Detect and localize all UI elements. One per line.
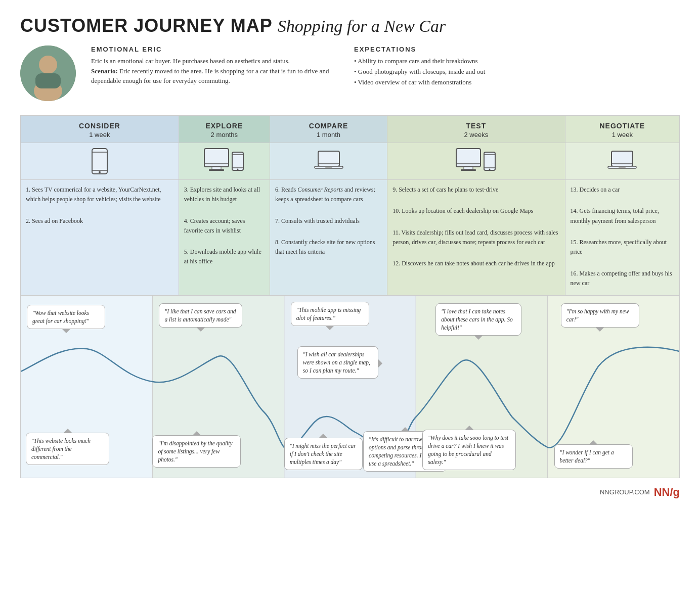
persona-description: Eric is an emotional car buyer. He purch… — [91, 56, 339, 86]
phase-header-compare: COMPARE 1 month — [270, 116, 387, 143]
svg-rect-11 — [209, 169, 224, 171]
device-cell-explore — [179, 143, 270, 180]
footer-url: NNGROUP.COM — [600, 488, 650, 496]
footer: NNGROUP.COM NN/g — [20, 486, 680, 499]
laptop-icon-2 — [607, 151, 637, 172]
expectations-section: EXPECTATIONS Ability to compare cars and… — [354, 45, 680, 87]
mobile-icon — [90, 148, 109, 174]
svg-rect-22 — [464, 167, 473, 169]
svg-point-7 — [99, 171, 101, 173]
device-cell-compare — [270, 143, 387, 180]
device-cell-negotiate — [565, 143, 679, 180]
bubble-test-1: "I love that I can take notes about thes… — [435, 303, 521, 336]
phase-header-explore: EXPLORE 2 months — [179, 116, 270, 143]
svg-point-1 — [39, 56, 57, 74]
persona-info: EMOTIONAL ERIC Eric is an emotional car … — [91, 45, 339, 86]
bubble-explore-2: "I'm disappointed by the quality of some… — [152, 435, 241, 468]
bubble-negotiate-1: "I'm so happy with my new car!" — [561, 303, 639, 328]
svg-point-27 — [489, 169, 491, 170]
phase-header-test: TEST 2 weeks — [387, 116, 565, 143]
laptop-icon — [314, 151, 343, 172]
emotions-row: "Wow that website looks great for car sh… — [21, 295, 680, 478]
device-cell-consider — [21, 143, 179, 180]
main-title-italic: Shopping for a New Car — [278, 17, 446, 35]
phase-header-negotiate: NEGOTIATE 1 week — [565, 116, 679, 143]
svg-rect-10 — [212, 167, 221, 169]
main-title-bold: CUSTOMER JOURNEY MAP — [20, 15, 273, 36]
svg-rect-19 — [325, 167, 332, 168]
actions-cell-test: 9. Selects a set of cars he plans to tes… — [387, 180, 565, 296]
page-title-row: CUSTOMER JOURNEY MAPShopping for a New C… — [20, 15, 680, 36]
actions-cell-compare: 6. Reads Consumer Reports and reviews; k… — [270, 180, 387, 296]
persona-avatar — [20, 45, 76, 101]
bubble-compare-3: "I wish all car dealerships were shown o… — [297, 346, 378, 379]
expectation-item: Ability to compare cars and their breakd… — [354, 56, 680, 67]
bubble-explore-1: "I like that I can save cars and a list … — [159, 303, 242, 328]
nn-logo: NN/g — [654, 486, 680, 499]
journey-map-table: CONSIDER 1 week EXPLORE 2 months COMPARE… — [20, 115, 680, 478]
emotions-container: "Wow that website looks great for car sh… — [21, 296, 679, 478]
expectations-title: EXPECTATIONS — [354, 45, 680, 53]
actions-cell-negotiate: 13. Decides on a car 14. Gets financing … — [565, 180, 679, 296]
emotions-journey-cell: "Wow that website looks great for car sh… — [21, 295, 680, 478]
phase-header-consider: CONSIDER 1 week — [21, 116, 179, 143]
svg-rect-3 — [35, 73, 61, 88]
expectations-list: Ability to compare cars and their breakd… — [354, 56, 680, 87]
persona-name: EMOTIONAL ERIC — [91, 45, 339, 53]
bubble-test-2: "Why does it take sooo long to test driv… — [422, 430, 516, 470]
actions-cell-explore: 3. Explores site and looks at all vehicl… — [179, 180, 270, 296]
device-row — [21, 143, 680, 180]
device-cell-test — [387, 143, 565, 180]
expectation-item: Video overview of car with demonstration… — [354, 77, 680, 88]
actions-cell-consider: 1. Sees TV commerical for a website, You… — [21, 180, 179, 296]
expectation-item: Good photography with closeups, inside a… — [354, 67, 680, 77]
bubble-consider-2: "This website looks much different from … — [26, 433, 109, 465]
bubble-negotiate-2: "I wonder if I can get a better deal?" — [554, 444, 633, 469]
header-section: EMOTIONAL ERIC Eric is an emotional car … — [20, 45, 680, 101]
bubble-consider-1: "Wow that website looks great for car sh… — [27, 305, 105, 329]
desktop-mobile-icon-2 — [456, 148, 496, 174]
svg-rect-23 — [461, 169, 476, 171]
desktop-mobile-icon — [204, 148, 244, 174]
phase-headers-row: CONSIDER 1 week EXPLORE 2 months COMPARE… — [21, 116, 680, 143]
actions-row: 1. Sees TV commerical for a website, You… — [21, 180, 680, 296]
bubble-compare-1: "This mobile app is missing alot of feat… — [291, 302, 369, 326]
svg-rect-31 — [619, 167, 626, 168]
svg-point-15 — [237, 169, 239, 170]
bubble-compare-2: "I might miss the perfect car if I don't… — [284, 438, 363, 470]
